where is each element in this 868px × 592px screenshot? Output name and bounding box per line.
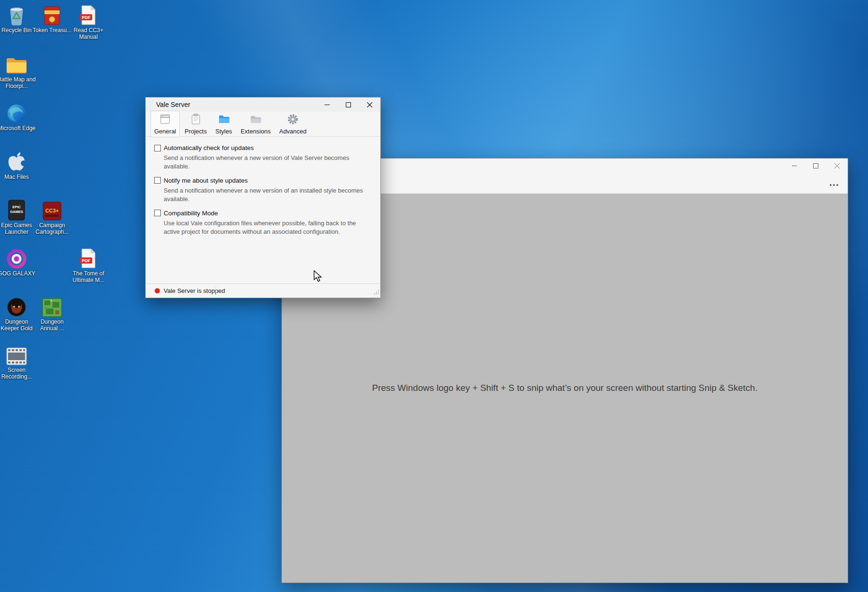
checkbox[interactable] <box>154 145 161 151</box>
setting-style-updates: Notify me about style updates Send a not… <box>154 177 369 203</box>
setting-label: Compatibility Mode <box>164 210 218 217</box>
svg-text:PDF: PDF <box>82 258 91 263</box>
svg-text:GAMES: GAMES <box>10 210 23 214</box>
tab-label: General <box>154 128 176 135</box>
more-options-button[interactable] <box>826 179 842 191</box>
desktop-icon-label: GOG GALAXY <box>0 270 35 277</box>
tab-label: Projects <box>184 128 207 135</box>
tab-advanced[interactable]: Advanced <box>275 111 310 137</box>
setting-label: Automatically check for updates <box>164 144 254 151</box>
close-button[interactable] <box>826 159 848 173</box>
close-button[interactable] <box>359 97 380 112</box>
setting-description: Send a notification whenever a new versi… <box>164 186 367 203</box>
svg-text:EPIC: EPIC <box>12 205 21 209</box>
desktop-icon-label: The Tome of Ultimate M... <box>68 270 109 283</box>
minimize-button[interactable] <box>784 159 805 173</box>
setting-description: Use local Vale configuration files whene… <box>164 219 367 236</box>
cc3-app-icon: CC3+ <box>43 199 61 221</box>
gog-galaxy-icon <box>7 247 26 269</box>
vale-toolbar: General Projects Styles <box>146 112 380 137</box>
desktop-icon-gog-galaxy[interactable]: GOG GALAXY <box>0 247 37 277</box>
vale-general-pane: Automatically check for updates Send a n… <box>146 144 380 236</box>
blue-folder-icon <box>218 113 230 127</box>
checkbox-row[interactable]: Automatically check for updates <box>154 144 369 151</box>
resize-grip[interactable] <box>374 288 379 297</box>
tab-label: Styles <box>215 128 232 135</box>
ellipsis-icon <box>829 184 839 186</box>
desktop-icon-label: Read CC3+ Manual <box>68 27 109 40</box>
desktop-icon-token-treasury[interactable]: Token Treasu... <box>32 4 72 34</box>
epic-games-icon: EPIC GAMES <box>8 199 25 221</box>
minimize-button[interactable] <box>316 97 338 112</box>
status-separator <box>216 286 216 295</box>
clipboard-icon <box>190 113 202 127</box>
desktop-icon-label: Campaign Cartograph... <box>32 222 72 235</box>
gray-folder-icon <box>249 113 262 127</box>
checkbox[interactable] <box>154 177 161 184</box>
vale-titlebar[interactable]: Vale Server <box>146 97 380 112</box>
setting-compatibility-mode: Compatibility Mode Use local Vale config… <box>154 210 369 236</box>
setting-label: Notify me about style updates <box>164 177 248 184</box>
windows-desktop: { "desktop": { "icons": [ {"label": "Rec… <box>0 0 868 592</box>
svg-text:CC3+: CC3+ <box>45 208 59 213</box>
tab-projects[interactable]: Projects <box>181 111 210 137</box>
tab-label: Advanced <box>279 128 307 135</box>
desktop-icon-battle-map-folder[interactable]: Battle Map and Floorpl... <box>0 53 37 89</box>
tab-label: Extensions <box>241 128 271 135</box>
desktop-icon-mac-files[interactable]: Mac Files <box>0 150 37 180</box>
desktop-icon-tome-of-ultimate[interactable]: PDF The Tome of Ultimate M... <box>68 247 109 283</box>
desktop-icon-label: Screen Recording... <box>0 367 37 380</box>
desktop-icon-label: Dungeon Annual ... <box>32 318 72 332</box>
window-title: Vale Server <box>146 101 316 108</box>
setting-description: Send a notification whenever a new versi… <box>164 154 367 171</box>
dungeon-keeper-icon <box>7 295 26 317</box>
checkbox-row[interactable]: Notify me about style updates <box>154 177 369 184</box>
desktop-icon-label: Mac Files <box>4 174 28 180</box>
recycle-bin-icon <box>8 4 26 26</box>
setting-auto-check-updates: Automatically check for updates Send a n… <box>154 144 369 171</box>
gear-icon <box>287 113 299 127</box>
tab-extensions[interactable]: Extensions <box>237 111 275 137</box>
desktop-icon-label: Recycle Bin <box>1 27 31 34</box>
desktop-icon-microsoft-edge[interactable]: Microsoft Edge <box>0 102 37 132</box>
film-strip-icon <box>6 344 27 365</box>
desktop-icon-label: Microsoft Edge <box>0 125 35 132</box>
status-bar: Vale Server is stopped <box>146 283 380 298</box>
tab-general[interactable]: General <box>150 111 180 137</box>
empty-state-message: Press Windows logo key + Shift + S to sn… <box>353 383 777 393</box>
pdf-file-icon: PDF <box>79 4 98 26</box>
maximize-button[interactable] <box>338 97 359 112</box>
apple-icon <box>7 150 26 172</box>
svg-text:PDF: PDF <box>82 15 91 20</box>
edge-browser-icon <box>7 102 26 124</box>
pixel-map-icon <box>42 295 62 317</box>
vale-server-window: Vale Server General <box>145 97 381 298</box>
status-indicator-icon <box>155 288 160 293</box>
folder-icon <box>6 53 27 75</box>
desktop-icon-label: Battle Map and Floorpl... <box>0 76 37 89</box>
desktop-icon-campaign-cartographer[interactable]: CC3+ Campaign Cartograph... <box>32 199 72 235</box>
tab-styles[interactable]: Styles <box>211 111 236 137</box>
desktop-icon-dungeon-annual[interactable]: Dungeon Annual ... <box>32 295 72 332</box>
maximize-button[interactable] <box>805 159 826 173</box>
pdf-file-icon: PDF <box>79 247 98 269</box>
desktop-icon-screen-recording[interactable]: Screen Recording... <box>0 344 37 380</box>
red-chest-icon <box>44 4 61 26</box>
checkbox[interactable] <box>154 210 161 216</box>
checkbox-row[interactable]: Compatibility Mode <box>154 210 369 217</box>
desktop-icon-label: Token Treasu... <box>33 27 71 34</box>
desktop-icon-read-cc3-manual[interactable]: PDF Read CC3+ Manual <box>68 4 109 40</box>
window-pane-icon <box>159 113 171 127</box>
